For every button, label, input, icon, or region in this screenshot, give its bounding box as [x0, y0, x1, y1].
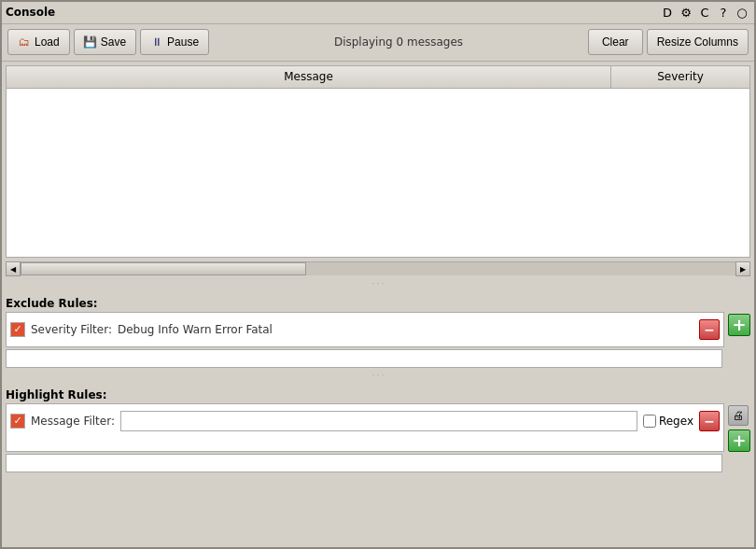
- load-button[interactable]: 🗂 Load: [7, 29, 70, 55]
- exclude-rules-section: Exclude Rules: Severity Filter: Debug In…: [6, 293, 750, 368]
- scroll-left-button[interactable]: ◀: [6, 261, 21, 276]
- clear-button[interactable]: Clear: [588, 29, 643, 55]
- icon-c[interactable]: C: [696, 4, 713, 21]
- window: Console D ⚙ C ? ○ 🗂 Load 💾 Save ⏸ Pause …: [0, 0, 756, 549]
- scroll-thumb[interactable]: [21, 262, 306, 275]
- icon-gear[interactable]: ⚙: [678, 4, 694, 21]
- highlight-rules-box: Message Filter: Regex −: [6, 403, 724, 452]
- exclude-plus-side: +: [728, 312, 750, 347]
- highlight-rule-row-1: Message Filter: Regex −: [10, 408, 720, 434]
- toolbar: 🗂 Load 💾 Save ⏸ Pause Displaying 0 messa…: [2, 24, 754, 62]
- pause-label: Pause: [167, 35, 199, 49]
- highlight-plus-side: 🖨 +: [728, 403, 750, 452]
- regex-label: Regex: [643, 415, 693, 428]
- regex-text: Regex: [659, 415, 693, 428]
- exclude-rules-empty-area: [6, 349, 722, 368]
- table-header: Message Severity: [7, 66, 749, 89]
- column-severity: Severity: [611, 66, 749, 88]
- exclude-rule-values: Debug Info Warn Error Fatal: [118, 323, 693, 336]
- exclude-rule-row-1: Severity Filter: Debug Info Warn Error F…: [10, 317, 720, 343]
- exclude-rule-checkbox[interactable]: [10, 322, 25, 337]
- exclude-rule-remove-button[interactable]: −: [699, 319, 720, 340]
- divider-dots-1: · · ·: [6, 280, 750, 289]
- regex-checkbox[interactable]: [643, 415, 656, 428]
- save-button[interactable]: 💾 Save: [74, 29, 136, 55]
- horizontal-scrollbar[interactable]: ◀ ▶: [6, 261, 750, 276]
- highlight-rules-section: Highlight Rules: Message Filter: Regex −: [6, 385, 750, 472]
- load-label: Load: [35, 35, 60, 49]
- icon-d[interactable]: D: [659, 4, 676, 21]
- title-bar-icons: D ⚙ C ? ○: [659, 4, 750, 21]
- pause-icon: ⏸: [150, 35, 163, 49]
- resize-columns-button[interactable]: Resize Columns: [647, 29, 749, 55]
- save-icon: 💾: [84, 35, 97, 49]
- exclude-rule-label: Severity Filter:: [31, 323, 112, 336]
- status-text: Displaying 0 messages: [213, 35, 584, 49]
- load-icon: 🗂: [18, 35, 31, 49]
- scroll-track[interactable]: [21, 262, 735, 275]
- main-area: Message Severity ◀ ▶ · · · Exclude Rules…: [2, 62, 754, 547]
- add-highlight-rule-button[interactable]: +: [728, 429, 750, 452]
- divider-dots-2: · · ·: [6, 372, 750, 381]
- highlight-rule-remove-button[interactable]: −: [699, 411, 720, 431]
- title-bar: Console D ⚙ C ? ○: [2, 2, 754, 24]
- exclude-rules-with-plus: Severity Filter: Debug Info Warn Error F…: [6, 312, 750, 347]
- scroll-right-button[interactable]: ▶: [735, 261, 750, 276]
- column-message: Message: [7, 66, 611, 88]
- highlight-rules-empty-area: [6, 454, 722, 472]
- icon-close[interactable]: ○: [734, 4, 750, 21]
- exclude-rules-label: Exclude Rules:: [6, 297, 750, 310]
- highlight-rule-label: Message Filter:: [31, 415, 115, 428]
- add-exclude-rule-button[interactable]: +: [728, 314, 750, 336]
- highlight-rule-checkbox[interactable]: [10, 414, 25, 429]
- highlight-rules-label: Highlight Rules:: [6, 388, 750, 401]
- save-label: Save: [101, 35, 126, 49]
- exclude-rules-box: Severity Filter: Debug Info Warn Error F…: [6, 312, 724, 347]
- table-body[interactable]: [7, 89, 749, 257]
- pause-button[interactable]: ⏸ Pause: [140, 29, 209, 55]
- window-title: Console: [6, 6, 55, 19]
- message-filter-input[interactable]: [120, 411, 637, 431]
- highlight-rules-with-plus: Message Filter: Regex − 🖨 +: [6, 403, 750, 452]
- printer-button[interactable]: 🖨: [728, 405, 749, 426]
- icon-help[interactable]: ?: [715, 4, 732, 21]
- message-table-wrap: Message Severity: [6, 65, 750, 258]
